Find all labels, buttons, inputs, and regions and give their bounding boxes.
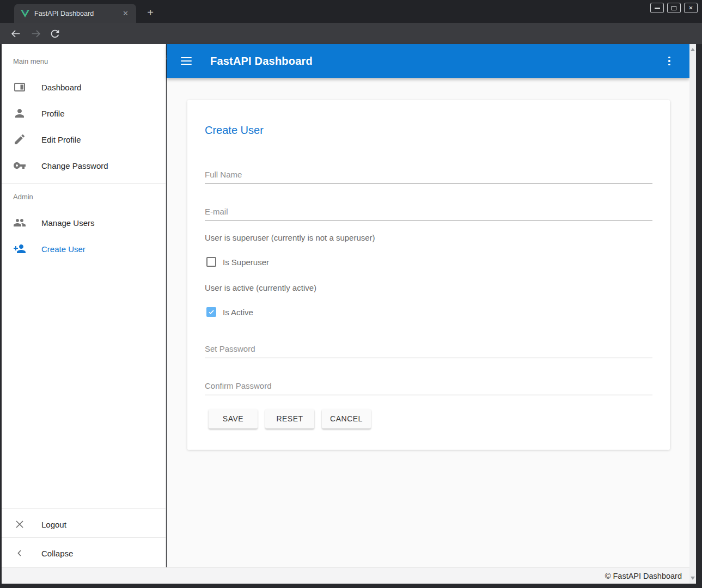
sidebar-item-label: Profile [41,109,65,118]
save-button[interactable]: SAVE [209,409,258,428]
checkbox-label: Is Superuser [223,258,269,267]
sidebar-item-label: Change Password [41,161,108,170]
sidebar-divider [2,508,166,509]
maximize-button[interactable] [667,3,681,13]
key-icon [13,159,26,172]
form-buttons: SAVE RESET CANCEL [209,409,371,428]
active-note: User is active (currently active) [205,283,316,292]
browser-window: FastAPI Dashboard ✕ + ✕ localhost/main/a… [0,0,702,588]
sidebar-item-dashboard[interactable]: Dashboard [2,74,166,100]
maximize-icon [672,6,676,10]
confirm-password-field [205,377,652,395]
sidebar-item-label: Manage Users [41,218,95,228]
sidebar-item-change-password[interactable]: Change Password [2,152,166,179]
checkbox-label: Is Active [223,308,253,317]
sidebar-item-label: Collapse [41,549,73,558]
sidebar-item-create-user[interactable]: Create User [2,236,166,262]
email-field [205,203,652,221]
main-content: FastAPI Dashboard Create User User is su… [167,44,689,567]
create-user-card: Create User User is superuser (currently… [187,100,670,450]
sidebar-divider [2,537,166,538]
vue-favicon-icon [21,10,29,17]
browser-tab[interactable]: FastAPI Dashboard ✕ [14,4,136,23]
pencil-icon [13,133,26,146]
app-bar-menu-icon[interactable] [663,55,675,67]
sidebar-item-profile[interactable]: Profile [2,100,166,126]
sidebar-item-logout[interactable]: Logout [2,511,166,537]
close-icon [13,518,26,531]
back-icon[interactable] [10,28,22,40]
cancel-button[interactable]: CANCEL [322,409,371,428]
sidebar-item-collapse[interactable]: Collapse [2,540,166,566]
browser-toolbar: localhost/main/admin/users/create [0,23,702,44]
confirm-password-input[interactable] [205,377,652,395]
sidebar-item-manage-users[interactable]: Manage Users [2,210,166,236]
reset-button[interactable]: RESET [265,409,314,428]
is-superuser-checkbox-row[interactable]: Is Superuser [206,256,269,267]
page-title: Create User [205,124,264,137]
sidebar-section-admin: Admin [13,193,33,201]
sidebar: Main menu Dashboard Profile Edit Profile [2,44,166,567]
page-footer: © FastAPI Dashboard [2,567,689,584]
sidebar-item-label: Create User [41,244,86,254]
sidebar-item-label: Edit Profile [41,135,81,144]
is-active-checkbox-row[interactable]: Is Active [206,307,253,317]
minimize-button[interactable] [650,3,664,13]
sidebar-section-main-menu: Main menu [13,57,48,65]
person-icon [13,107,26,120]
sidebar-item-edit-profile[interactable]: Edit Profile [2,126,166,152]
close-window-button[interactable]: ✕ [684,3,698,13]
minimize-icon [655,8,660,9]
chevron-left-icon [13,547,26,560]
scroll-up-icon[interactable] [691,48,695,51]
sidebar-item-label: Logout [41,520,66,529]
tab-close-icon[interactable]: ✕ [120,8,131,19]
tab-title: FastAPI Dashboard [34,10,120,17]
scroll-down-icon[interactable] [691,577,695,580]
new-tab-button[interactable]: + [143,5,158,21]
sidebar-item-label: Dashboard [41,83,81,92]
full-name-input[interactable] [205,166,652,184]
tab-strip: FastAPI Dashboard ✕ + ✕ [0,0,702,23]
check-icon [207,308,215,316]
vertical-scrollbar[interactable] [689,44,696,584]
copyright-text: © FastAPI Dashboard [605,572,682,580]
set-password-field [205,340,652,358]
superuser-note: User is superuser (currently is not a su… [205,233,375,242]
reload-icon[interactable] [49,28,61,40]
sidebar-divider [2,183,166,184]
full-name-field [205,166,652,184]
app-bar-title: FastAPI Dashboard [210,55,313,68]
dashboard-icon [13,81,26,94]
hamburger-menu-icon[interactable] [181,57,192,65]
app-bar: FastAPI Dashboard [167,44,689,78]
set-password-input[interactable] [205,340,652,358]
is-superuser-checkbox[interactable] [206,257,216,267]
email-input[interactable] [205,203,652,221]
people-icon [13,216,26,229]
window-controls: ✕ [650,3,698,13]
forward-icon[interactable] [30,28,42,40]
person-add-icon [13,242,26,255]
is-active-checkbox[interactable] [206,307,216,317]
